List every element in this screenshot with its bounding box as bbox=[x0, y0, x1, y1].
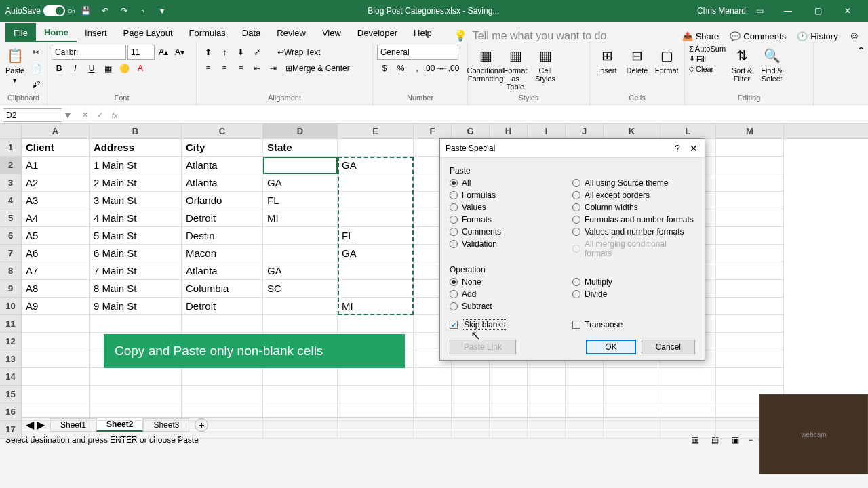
cell-C3[interactable]: Atlanta bbox=[182, 174, 263, 192]
cell-B6[interactable]: 5 Main St bbox=[90, 227, 182, 245]
format-as-table-button[interactable]: ▦Format as Table bbox=[502, 45, 529, 92]
align-middle-icon[interactable]: ↕ bbox=[217, 45, 232, 60]
radio-op-add[interactable]: Add bbox=[450, 289, 572, 299]
autosave-toggle[interactable] bbox=[43, 5, 65, 16]
find-select-button[interactable]: 🔍Find & Select bbox=[758, 45, 785, 84]
enter-formula-icon[interactable]: ✓ bbox=[94, 109, 106, 121]
currency-icon[interactable]: $ bbox=[377, 61, 392, 76]
cell-L17[interactable] bbox=[660, 421, 716, 439]
cell-E7[interactable]: GA bbox=[338, 245, 414, 262]
italic-button[interactable]: I bbox=[68, 61, 83, 76]
wrap-text-button[interactable]: ↩ Wrap Text bbox=[274, 45, 324, 60]
cell-E5[interactable] bbox=[338, 209, 414, 227]
cell-A6[interactable]: A5 bbox=[22, 227, 90, 245]
copy-icon[interactable]: 📄 bbox=[28, 61, 43, 76]
font-size-combo[interactable] bbox=[127, 45, 155, 60]
tab-page-layout[interactable]: Page Layout bbox=[115, 23, 181, 42]
cell-C4[interactable]: Orlando bbox=[182, 192, 263, 209]
increase-font-icon[interactable]: A▴ bbox=[156, 45, 171, 60]
namebox-dropdown-icon[interactable]: ▾ bbox=[62, 108, 73, 121]
cell-H17[interactable] bbox=[490, 421, 528, 439]
cell-A9[interactable]: A8 bbox=[22, 280, 90, 298]
comma-icon[interactable]: , bbox=[410, 61, 425, 76]
col-header-H[interactable]: H bbox=[490, 124, 528, 138]
row-header-1[interactable]: 1 bbox=[0, 139, 21, 157]
cell-M13[interactable] bbox=[716, 350, 784, 368]
cell-M5[interactable] bbox=[716, 209, 784, 227]
cell-B11[interactable] bbox=[90, 315, 182, 333]
radio-comments[interactable]: Comments bbox=[450, 227, 572, 237]
cell-F17[interactable] bbox=[414, 421, 452, 439]
cell-J17[interactable] bbox=[566, 421, 604, 439]
tell-me[interactable]: 💡 Tell me what you want to do bbox=[440, 29, 682, 42]
checkbox-transpose[interactable]: Transpose bbox=[572, 319, 695, 330]
cell-G14[interactable] bbox=[452, 368, 490, 386]
cell-B5[interactable]: 4 Main St bbox=[90, 209, 182, 227]
cell-C16[interactable] bbox=[182, 403, 263, 421]
font-color-button[interactable]: A bbox=[133, 61, 148, 76]
cell-D14[interactable] bbox=[263, 368, 338, 386]
clear-button[interactable]: ◇ Clear bbox=[689, 64, 726, 73]
radio-values-numfmt[interactable]: Values and number formats bbox=[572, 227, 695, 237]
fill-button[interactable]: ⬇ Fill bbox=[689, 54, 726, 63]
undo-icon[interactable]: ↶ bbox=[97, 3, 113, 19]
cell-G17[interactable] bbox=[452, 421, 490, 439]
radio-validation[interactable]: Validation bbox=[450, 239, 572, 249]
cell-C2[interactable]: Atlanta bbox=[182, 157, 263, 174]
font-name-combo[interactable] bbox=[52, 45, 126, 60]
cell-J16[interactable] bbox=[566, 403, 604, 421]
cell-E17[interactable] bbox=[338, 421, 414, 439]
name-box[interactable] bbox=[3, 108, 62, 122]
cell-K17[interactable] bbox=[604, 421, 660, 439]
cancel-formula-icon[interactable]: ✕ bbox=[79, 109, 91, 121]
cell-B16[interactable] bbox=[90, 403, 182, 421]
tab-data[interactable]: Data bbox=[234, 23, 269, 42]
cell-M11[interactable] bbox=[716, 315, 784, 333]
radio-op-divide[interactable]: Divide bbox=[572, 289, 695, 299]
close-icon[interactable]: ✕ bbox=[833, 0, 863, 22]
align-right-icon[interactable]: ≡ bbox=[233, 61, 248, 76]
cell-B7[interactable]: 6 Main St bbox=[90, 245, 182, 262]
tab-developer[interactable]: Developer bbox=[349, 23, 406, 42]
cell-E14[interactable] bbox=[338, 368, 414, 386]
row-header-4[interactable]: 4 bbox=[0, 192, 21, 209]
cell-C9[interactable]: Columbia bbox=[182, 280, 263, 298]
cell-M6[interactable] bbox=[716, 227, 784, 245]
cell-E9[interactable] bbox=[338, 280, 414, 298]
cell-C1[interactable]: City bbox=[182, 139, 263, 157]
cell-B10[interactable]: 9 Main St bbox=[90, 298, 182, 315]
radio-op-subtract[interactable]: Subtract bbox=[450, 302, 572, 311]
cell-I15[interactable] bbox=[528, 386, 566, 403]
collapse-ribbon-icon[interactable]: ⌃ bbox=[856, 45, 865, 58]
cell-K15[interactable] bbox=[604, 386, 660, 403]
cell-D1[interactable]: State bbox=[263, 139, 338, 157]
cell-E1[interactable] bbox=[338, 139, 414, 157]
ribbon-display-icon[interactable]: ▭ bbox=[751, 3, 768, 19]
tab-help[interactable]: Help bbox=[406, 23, 440, 42]
cell-styles-button[interactable]: ▦Cell Styles bbox=[532, 45, 559, 84]
cell-M4[interactable] bbox=[716, 192, 784, 209]
cell-K16[interactable] bbox=[604, 403, 660, 421]
row-header-6[interactable]: 6 bbox=[0, 227, 21, 245]
row-header-2[interactable]: 2 bbox=[0, 157, 21, 174]
col-header-D[interactable]: D bbox=[263, 124, 338, 138]
col-header-C[interactable]: C bbox=[182, 124, 263, 138]
border-button[interactable]: ▦ bbox=[100, 61, 115, 76]
decrease-font-icon[interactable]: A▾ bbox=[172, 45, 187, 60]
cell-J14[interactable] bbox=[566, 368, 604, 386]
paste-button[interactable]: 📋 Paste ▾ bbox=[4, 45, 26, 86]
cell-C15[interactable] bbox=[182, 386, 263, 403]
col-header-B[interactable]: B bbox=[90, 124, 182, 138]
cell-B2[interactable]: 1 Main St bbox=[90, 157, 182, 174]
cell-K14[interactable] bbox=[604, 368, 660, 386]
cell-B14[interactable] bbox=[90, 368, 182, 386]
cell-L16[interactable] bbox=[660, 403, 716, 421]
cell-B4[interactable]: 3 Main St bbox=[90, 192, 182, 209]
cell-B15[interactable] bbox=[90, 386, 182, 403]
cell-B3[interactable]: 2 Main St bbox=[90, 174, 182, 192]
cell-M7[interactable] bbox=[716, 245, 784, 262]
select-all-corner[interactable] bbox=[0, 124, 22, 139]
cell-M8[interactable] bbox=[716, 262, 784, 280]
cell-A15[interactable] bbox=[22, 386, 90, 403]
percent-icon[interactable]: % bbox=[393, 61, 408, 76]
